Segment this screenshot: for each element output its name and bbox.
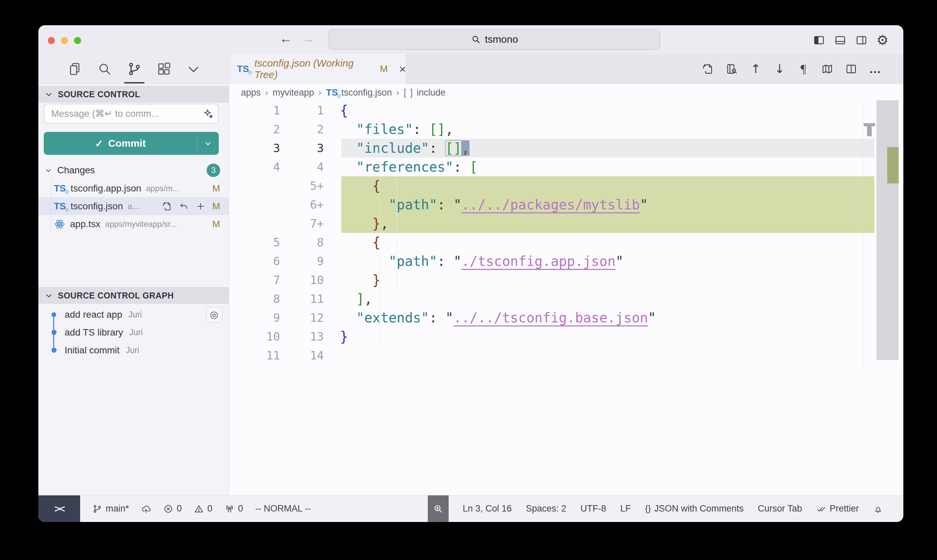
activity-chevron-down-button[interactable] <box>185 54 202 84</box>
activity-search-button[interactable] <box>96 54 113 84</box>
statusbar-main[interactable]: main* <box>92 503 129 514</box>
breadcrumb-separator-icon: › <box>265 87 268 98</box>
whitespace-button[interactable]: ¶ <box>797 63 810 75</box>
goto-current-history-item-button[interactable]: ◎ <box>206 307 222 322</box>
modified-line-number: 2 <box>280 120 324 138</box>
close-tab-icon[interactable]: × <box>399 63 406 76</box>
chevron-down-icon <box>45 166 52 174</box>
discard-button[interactable] <box>179 201 189 211</box>
ts-config-icon: TS⚙ <box>54 201 66 212</box>
statusbar-json-with-comments[interactable]: {}JSON with Comments <box>645 503 743 514</box>
commit-row[interactable]: add react app Juri ◎ <box>38 306 229 323</box>
head-commit-dot-icon <box>51 312 56 317</box>
diff-line-row[interactable]: 5 8 { <box>229 233 903 252</box>
activity-extensions-button[interactable] <box>155 54 172 84</box>
statusbar-utf-8[interactable]: UTF-8 <box>580 503 606 514</box>
commit-message-box <box>44 104 219 124</box>
source-control-header[interactable]: SOURCE CONTROL <box>38 86 229 103</box>
diff-line-row[interactable]: 7 10 } <box>229 271 903 289</box>
breadcrumb-item[interactable]: myviteapp <box>272 88 314 98</box>
diff-line-row[interactable]: 1 1 { <box>229 101 903 120</box>
map-button[interactable] <box>820 63 834 75</box>
sparkle-ai-icon[interactable] <box>203 108 213 119</box>
statusbar-0[interactable]: 0 <box>194 503 212 514</box>
commit-dropdown-icon[interactable] <box>197 138 219 148</box>
open-changes-button[interactable] <box>701 63 714 75</box>
command-center-search[interactable]: tsmono <box>328 29 660 50</box>
diff-line-row[interactable]: 11 14 <box>229 346 903 365</box>
statusbar-cloud-upload[interactable] <box>141 504 151 514</box>
changed-file-row[interactable]: TS⚙ tsconfig.app.json apps/m... M <box>38 179 229 197</box>
statusbar-prettier[interactable]: Prettier <box>816 503 859 514</box>
modified-status-badge: M <box>212 183 220 194</box>
code-line-text: "references": [ <box>340 157 478 176</box>
modified-line-number: 1 <box>280 101 324 120</box>
modified-line-number: 4 <box>280 157 324 176</box>
go-to-file-button[interactable] <box>162 201 172 211</box>
diff-line-row[interactable]: 9 12 "extends": "../../tsconfig.base.jso… <box>229 308 903 327</box>
next-change-button[interactable]: ↓ <box>773 63 786 75</box>
diff-line-row[interactable]: 6 9 "path": "./tsconfig.app.json" <box>229 252 903 271</box>
activity-source-control-button[interactable] <box>126 54 143 84</box>
changed-file-row[interactable]: app.tsx apps/myviteapp/sr... M <box>38 215 229 233</box>
statusbar-0[interactable]: 0 <box>225 503 243 514</box>
statusbar-lf[interactable]: LF <box>620 503 631 514</box>
original-line-number: 1 <box>229 101 280 120</box>
breadcrumb-item[interactable]: apps <box>241 88 261 98</box>
file-path: apps/myviteapp/sr... <box>105 219 177 229</box>
bell-icon <box>873 504 883 514</box>
commit-row[interactable]: add TS library Juri <box>38 323 229 341</box>
diff-line-row[interactable]: 6+ "path": "../../packages/mytslib" <box>229 195 903 214</box>
minimize-window-button[interactable] <box>61 37 68 44</box>
layout-sidebar-left-button[interactable] <box>813 33 825 47</box>
file-name: tsconfig.app.json <box>71 183 142 194</box>
diff-line-row[interactable]: 8 11 ], <box>229 289 903 308</box>
commit-row[interactable]: Initial commit Juri <box>38 341 229 359</box>
changed-file-row[interactable]: TS⚙ tsconfig.json a... M <box>38 197 229 215</box>
vertical-scrollbar[interactable] <box>876 100 899 360</box>
layout-sidebar-right-button[interactable] <box>855 33 868 47</box>
ts-config-icon: TS⚙ <box>326 87 338 98</box>
source-control-graph-header[interactable]: SOURCE CONTROL GRAPH <box>38 287 229 304</box>
statusbar-ln-3-col-16[interactable]: Ln 3, Col 16 <box>463 503 512 514</box>
split-editor-button[interactable] <box>845 63 858 75</box>
commit-message-input[interactable] <box>45 108 203 119</box>
activity-files-button[interactable] <box>67 54 83 84</box>
forward-arrow-icon[interactable]: → <box>302 31 314 46</box>
close-window-button[interactable] <box>48 37 55 44</box>
layout-panel-bottom-button[interactable] <box>834 33 846 47</box>
prev-change-button[interactable]: ↑ <box>749 63 762 75</box>
settings-gear-button[interactable]: ⚙ <box>876 33 889 47</box>
more-button[interactable]: … <box>868 63 882 75</box>
statusbar-bell[interactable] <box>873 504 883 514</box>
line-highlight-band <box>341 271 874 289</box>
zoom-indicator-button[interactable] <box>428 495 449 522</box>
code-area[interactable]: 1 1 { 2 2 "files": [], 3 3 "include": []… <box>229 101 903 365</box>
original-line-number: 9 <box>229 308 280 327</box>
statusbar-0[interactable]: 0 <box>163 503 182 514</box>
remote-indicator-button[interactable]: >< <box>38 495 80 522</box>
diff-line-row[interactable]: 10 13 } <box>229 327 903 346</box>
tab-tsconfig-working-tree[interactable]: TS⚙ tsconfig.json (Working Tree) M × <box>229 54 406 84</box>
breadcrumb-item[interactable]: TS⚙tsconfig.json <box>326 87 392 98</box>
diff-line-row[interactable]: 5+ { <box>229 176 903 195</box>
code-line-text: "path": "../../packages/mytslib" <box>340 195 648 214</box>
diff-line-row[interactable]: 3 3 "include": [], <box>229 138 903 157</box>
zoom-window-button[interactable] <box>74 37 81 44</box>
commit-button[interactable]: ✓ Commit <box>44 132 219 155</box>
diff-line-row[interactable]: 2 2 "files": [], <box>229 120 903 138</box>
commit-author: Juri <box>126 345 139 355</box>
statusbar-normal[interactable]: -- NORMAL -- <box>255 503 311 514</box>
overview-ruler-added-mark <box>887 147 899 183</box>
plus-button[interactable] <box>195 201 206 211</box>
back-arrow-icon[interactable]: ← <box>279 31 292 46</box>
breadcrumb-item[interactable]: [ ]include <box>403 88 445 98</box>
changes-section-header[interactable]: Changes 3 <box>38 162 229 179</box>
statusbar-spaces-2[interactable]: Spaces: 2 <box>526 503 566 514</box>
statusbar-cursor-tab[interactable]: Cursor Tab <box>758 503 802 514</box>
modified-line-number: 8 <box>280 233 324 252</box>
diff-line-row[interactable]: 4 4 "references": [ <box>229 157 903 176</box>
open-preview-button[interactable] <box>725 63 739 75</box>
breadcrumb-separator-icon: › <box>396 87 399 98</box>
diff-line-row[interactable]: 7+ }, <box>229 214 903 233</box>
